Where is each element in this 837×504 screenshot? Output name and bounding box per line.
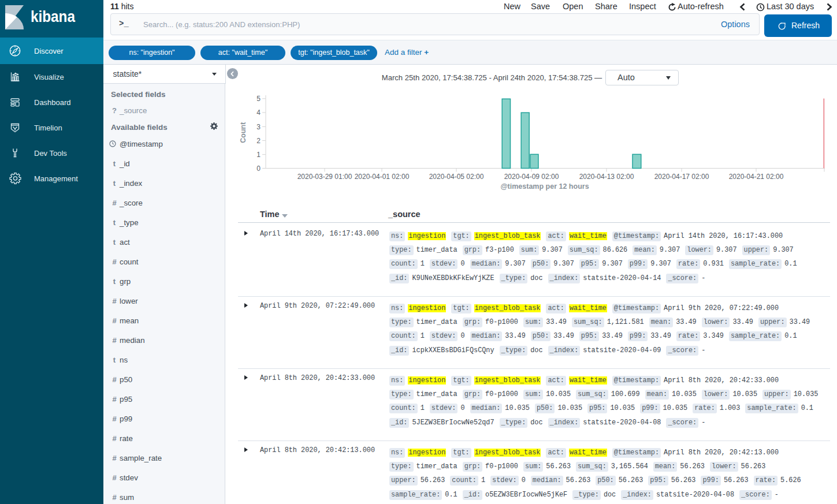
svg-text:2020-04-17 02:00: 2020-04-17 02:00 — [654, 173, 709, 181]
svg-text:3: 3 — [256, 123, 261, 131]
svg-text:0: 0 — [256, 165, 261, 173]
svg-text:5: 5 — [256, 95, 261, 103]
svg-text:2: 2 — [256, 137, 261, 145]
svg-text:4: 4 — [256, 109, 261, 117]
svg-text:Count: Count — [239, 122, 247, 143]
svg-text:2020-04-21 02:00: 2020-04-21 02:00 — [729, 173, 784, 181]
svg-text:@timestamp per 12 hours: @timestamp per 12 hours — [500, 182, 589, 191]
svg-text:1: 1 — [256, 151, 261, 159]
svg-text:2020-04-01 02:00: 2020-04-01 02:00 — [355, 173, 410, 181]
svg-text:2020-04-05 02:00: 2020-04-05 02:00 — [429, 173, 484, 181]
svg-text:2020-04-13 02:00: 2020-04-13 02:00 — [579, 173, 634, 181]
svg-text:2020-03-29 01:00: 2020-03-29 01:00 — [297, 173, 352, 181]
svg-text:2020-04-09 02:00: 2020-04-09 02:00 — [504, 173, 559, 181]
